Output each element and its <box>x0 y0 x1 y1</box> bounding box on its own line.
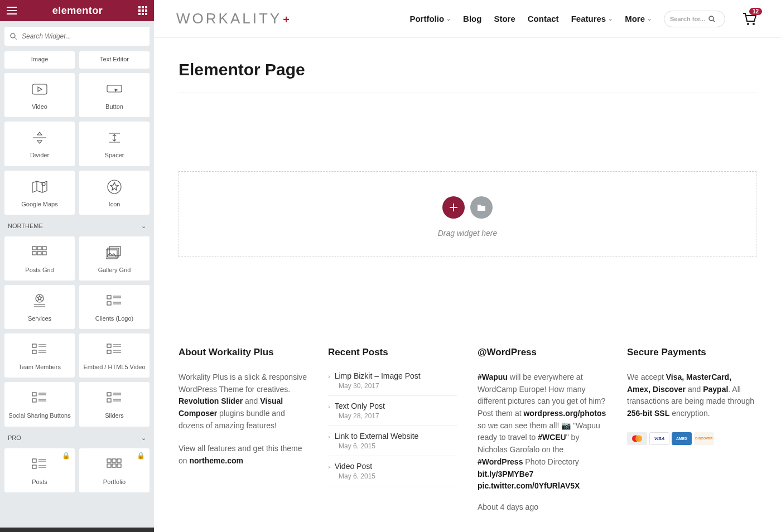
svg-rect-34 <box>32 459 36 462</box>
grid-icon <box>31 244 48 261</box>
section-northeme[interactable]: NORTHEME⌄ <box>0 215 154 236</box>
widget-search-input[interactable] <box>22 32 144 40</box>
widget-icon[interactable]: Icon <box>79 171 150 215</box>
elementor-dropzone[interactable]: Drag widget here <box>179 171 756 257</box>
search-icon <box>708 16 715 22</box>
widget-image[interactable]: Image <box>4 51 75 69</box>
widget-label: Portfolio <box>103 478 126 486</box>
svg-rect-24 <box>107 296 111 299</box>
chevron-right-icon: › <box>328 403 330 410</box>
widget-clients-logo[interactable]: Clients (Logo) <box>79 285 150 329</box>
widget-label: Image <box>31 56 49 63</box>
nav-features[interactable]: Features⌄ <box>571 14 613 23</box>
dropzone-hint: Drag widget here <box>179 229 756 238</box>
svg-rect-38 <box>117 459 121 462</box>
hamburger-icon[interactable] <box>7 7 17 14</box>
svg-rect-30 <box>32 393 36 396</box>
lock-icon: 🔒 <box>137 452 145 460</box>
widget-gallery-grid[interactable]: Gallery Grid <box>79 236 150 280</box>
svg-rect-37 <box>112 459 116 462</box>
widget-google-maps[interactable]: Google Maps <box>4 171 75 215</box>
amex-icon: AMEX <box>672 432 692 445</box>
svg-rect-36 <box>107 459 111 462</box>
widget-portfolio-pro[interactable]: 🔒Portfolio <box>79 448 150 492</box>
widget-spacer[interactable]: Spacer <box>79 122 150 166</box>
tweet-meta: About 4 days ago <box>478 502 607 511</box>
svg-rect-40 <box>112 464 116 467</box>
svg-rect-5 <box>145 9 147 12</box>
widget-sliders[interactable]: Sliders <box>79 382 150 426</box>
widget-search[interactable] <box>4 27 150 46</box>
add-section-button[interactable] <box>442 196 465 219</box>
template-library-button[interactable] <box>470 196 493 219</box>
list-item[interactable]: ›Text Only PostMay 28, 2017 <box>328 396 457 426</box>
section-pro[interactable]: PRO⌄ <box>0 427 154 448</box>
widget-social-sharing[interactable]: Social Sharing Buttons <box>4 382 75 426</box>
widget-label: Video <box>32 103 47 110</box>
post-title: Link to External Website <box>335 432 419 441</box>
footer-secure-payments: Secure Payments We accept Visa, MasterCa… <box>627 347 756 511</box>
widget-text-editor[interactable]: Text Editor <box>79 51 150 69</box>
button-icon <box>106 81 123 98</box>
site-logo[interactable]: WORKALITY+ <box>176 10 292 27</box>
widget-label: Button <box>105 103 123 110</box>
nav-store[interactable]: Store <box>494 14 515 23</box>
list-item[interactable]: ›Limp Bizkit – Image PostMay 30, 2017 <box>328 371 457 396</box>
widget-label: Social Sharing Buttons <box>8 412 70 419</box>
nav-blog[interactable]: Blog <box>463 14 481 23</box>
svg-rect-7 <box>142 13 144 15</box>
widget-label: Sliders <box>105 412 124 419</box>
svg-rect-19 <box>42 252 46 255</box>
svg-rect-1 <box>142 6 144 8</box>
svg-rect-32 <box>107 393 111 396</box>
svg-rect-26 <box>32 344 36 347</box>
discover-icon: DISCOVER <box>694 432 714 445</box>
sidebar-body: Image Text Editor Video Button Divider S… <box>0 51 154 532</box>
widget-label: Clients (Logo) <box>95 315 133 322</box>
post-date: May 30, 2017 <box>339 382 457 390</box>
widget-label: Posts Grid <box>25 267 54 274</box>
post-title: Limp Bizkit – Image Post <box>335 371 421 380</box>
svg-rect-25 <box>107 302 111 305</box>
list-icon <box>106 390 123 407</box>
chevron-down-icon: ⌄ <box>141 223 146 230</box>
footer-twitter: @WordPress #Wapuu will be everywhere at … <box>478 347 607 511</box>
widget-divider[interactable]: Divider <box>4 122 75 166</box>
elementor-sidebar: elementor Image Text Editor Video Button… <box>0 0 154 532</box>
lock-icon: 🔒 <box>62 452 70 460</box>
list-item[interactable]: ›Link to External WebsiteMay 6, 2015 <box>328 426 457 456</box>
visa-icon: VISA <box>649 432 669 445</box>
widget-team-members[interactable]: Team Members <box>4 333 75 378</box>
svg-rect-17 <box>32 252 36 255</box>
widget-posts-grid[interactable]: Posts Grid <box>4 236 75 280</box>
widget-posts-pro[interactable]: 🔒Posts <box>4 448 75 492</box>
svg-rect-16 <box>42 246 46 250</box>
grid-icon <box>106 456 123 473</box>
widget-video[interactable]: Video <box>4 73 75 117</box>
list-icon <box>106 341 123 358</box>
list-icon <box>31 456 48 473</box>
site-search[interactable]: Search for... <box>664 11 725 27</box>
svg-point-9 <box>11 33 15 38</box>
widget-button[interactable]: Button <box>79 73 150 117</box>
svg-rect-2 <box>145 6 147 8</box>
folder-icon <box>477 204 486 211</box>
widget-services[interactable]: Services <box>4 285 75 329</box>
nav-contact[interactable]: Contact <box>528 14 559 23</box>
svg-point-46 <box>635 435 642 442</box>
svg-rect-8 <box>145 13 147 15</box>
widget-label: Icon <box>109 201 120 208</box>
svg-rect-14 <box>32 246 36 250</box>
list-item[interactable]: ›Video PostMay 6, 2015 <box>328 456 457 486</box>
widget-label: Services <box>28 315 51 322</box>
apps-grid-icon[interactable] <box>138 6 147 15</box>
divider <box>179 93 756 93</box>
widget-label: Google Maps <box>21 201 57 208</box>
nav-portfolio[interactable]: Portfolio⌄ <box>409 14 451 23</box>
svg-rect-41 <box>117 464 121 467</box>
svg-rect-33 <box>107 399 111 402</box>
nav-more[interactable]: More⌄ <box>625 14 652 23</box>
cart-button[interactable]: 12 <box>742 12 756 26</box>
widget-embed-html5[interactable]: Embed / HTML5 Video <box>79 333 150 378</box>
elementor-brand: elementor <box>52 5 103 17</box>
